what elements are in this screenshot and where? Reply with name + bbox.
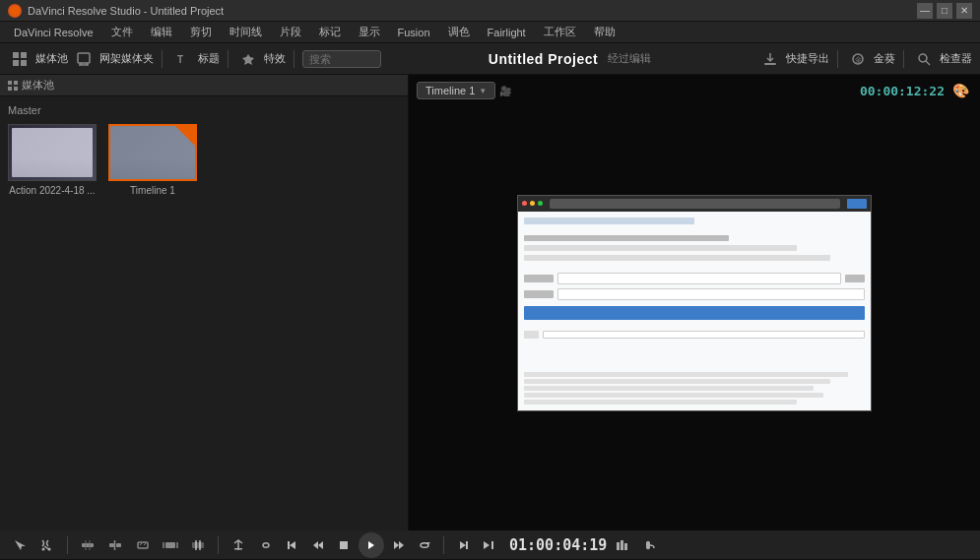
clip1-thumbnail[interactable] [8,124,97,181]
top-toolbar: 媒体池 网架媒体夹 T 标题 特效 Untitled Project 经过编辑 … [0,43,980,75]
svg-point-10 [919,54,927,62]
red-corner-icon [175,126,195,146]
title-bar-controls[interactable]: — □ ✕ [917,3,972,19]
svg-point-16 [48,547,51,550]
title-bar: DaVinci Resolve Studio - Untitled Projec… [0,0,980,22]
browser-chrome [518,196,871,212]
dynamic-trim-btn[interactable] [186,533,210,557]
project-title: Untitled Project [489,51,598,67]
svg-rect-30 [624,543,627,550]
snap-btn[interactable] [227,533,250,557]
roll-edit-btn[interactable] [103,533,127,557]
menu-color[interactable]: 调色 [440,23,478,41]
edit-tools-right [611,533,662,557]
form-input3 [543,331,865,339]
timeline-selector-label: Timeline 1 [425,85,475,96]
audio-btn[interactable] [638,533,662,557]
mixer-btn[interactable] [611,533,634,557]
edit-toolbar: 01:00:04:19 [0,530,980,560]
network-media-label[interactable]: 网架媒体夹 [99,51,154,66]
search-input[interactable] [302,50,381,68]
effects-label[interactable]: 特效 [264,51,286,66]
edit-divider2 [218,536,219,554]
form-submit-btn [524,306,865,320]
menu-cut[interactable]: 剪切 [182,23,220,41]
proxies-btn[interactable]: 金 [846,47,870,71]
menu-help[interactable]: 帮助 [586,23,623,41]
titles-btn[interactable]: T [170,47,194,71]
network-media-btn[interactable] [72,47,96,71]
maximize-button[interactable]: □ [937,3,952,19]
text-line3 [524,386,814,391]
form-row3 [524,331,865,339]
inspector-btn[interactable] [912,47,936,71]
viewer-color-btn[interactable]: 🎨 [948,79,972,102]
menu-bar: DaVinci Resolve 文件 编辑 剪切 时间线 片段 标记 显示 Fu… [0,22,980,43]
form-label2 [845,275,865,282]
prev-edit-point-btn[interactable] [282,534,303,556]
form-row1 [524,273,865,284]
clip2-thumbnail[interactable] [108,124,197,181]
timeline-selector[interactable]: Timeline 1 ▼ [417,82,495,99]
stop-btn[interactable] [333,534,355,556]
toolbar-center: Untitled Project 经过编辑 [489,51,651,67]
play-btn[interactable] [359,532,384,558]
project-status: 经过编辑 [608,51,651,66]
menu-fusion[interactable]: Fusion [390,25,438,40]
page-line1 [524,235,729,241]
media-clip-1[interactable]: Action 2022-4-18 ... [8,124,97,196]
main-content: 媒体池 Master Action 2022-4-18 ... Timeline… [0,75,980,530]
loop-btn[interactable] [414,534,435,556]
effects-btn[interactable] [236,47,260,71]
svg-rect-27 [491,541,493,549]
viewer-controls-right: 00:00:12:22 🎨 [860,79,972,102]
titles-label[interactable]: 标题 [198,51,220,66]
quick-export-label[interactable]: 快捷导出 [786,51,829,66]
svg-rect-23 [234,548,242,550]
preview-panel: Timeline 1 ▼ 🎥 00:00:12:22 🎨 [409,75,980,530]
menu-display[interactable]: 显示 [351,23,388,41]
inspector-label[interactable]: 检查器 [940,51,972,66]
text-line4 [524,393,823,398]
next-edit-btn[interactable] [478,534,499,556]
menu-mark[interactable]: 标记 [311,23,349,41]
svg-rect-3 [21,60,27,66]
quick-export-btn[interactable] [758,47,782,71]
menu-davinci[interactable]: DaVinci Resolve [6,25,101,40]
menu-clip[interactable]: 片段 [272,23,309,41]
close-button[interactable]: ✕ [956,3,972,19]
cut-tool-btn[interactable] [35,533,59,557]
link-clips-btn[interactable] [254,533,278,557]
ripple-edit-btn[interactable] [76,533,99,557]
media-pool-label[interactable]: 媒体池 [35,51,68,66]
toolbar-divider1 [162,50,163,68]
fast-forward-btn[interactable] [388,534,410,556]
menu-timeline[interactable]: 时间线 [222,23,270,41]
rewind-btn[interactable] [307,534,329,556]
slip-edit-btn[interactable] [131,533,155,557]
slide-edit-btn[interactable] [159,533,182,557]
page-header-line [524,218,694,224]
svg-rect-22 [192,542,204,548]
media-pool-btn[interactable] [8,47,32,71]
chevron-down-icon: ▼ [479,87,487,95]
proxies-label[interactable]: 金葵 [874,51,895,66]
window-title: DaVinci Resolve Studio - Untitled Projec… [28,5,224,17]
next-frame-btn[interactable] [452,534,474,556]
spacer2 [524,265,865,269]
menu-edit[interactable]: 编辑 [143,23,180,41]
select-tool-btn[interactable] [8,533,32,557]
transport-divider [443,536,444,554]
svg-rect-4 [78,53,90,63]
toolbar-right: 快捷导出 金 金葵 检查器 [758,47,972,71]
svg-rect-2 [13,60,19,66]
media-clip-2[interactable]: Timeline 1 [108,124,197,196]
svg-rect-18 [109,543,114,547]
menu-fairlight[interactable]: Fairlight [480,25,534,40]
divider4 [837,50,838,68]
minimize-button[interactable]: — [917,3,933,19]
svg-rect-7 [764,63,776,65]
page-line2 [524,245,797,251]
menu-workspace[interactable]: 工作区 [536,23,584,41]
menu-file[interactable]: 文件 [103,23,141,41]
